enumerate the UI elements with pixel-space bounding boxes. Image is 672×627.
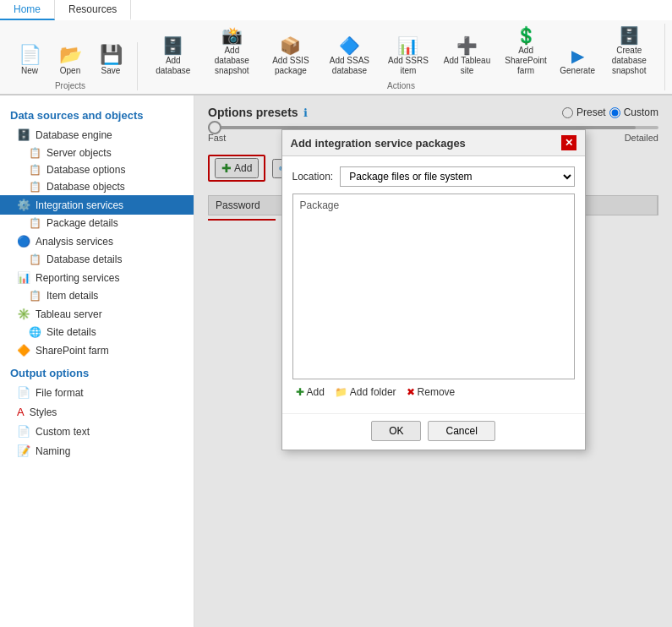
sidebar-item-site-details[interactable]: 🌐 Site details <box>0 324 194 341</box>
modal-listbox[interactable]: Package <box>292 194 575 379</box>
database-objects-icon: 📋 <box>29 181 41 193</box>
modal-remove-button[interactable]: ✖ Remove <box>403 384 459 400</box>
generate-button[interactable]: ▶ Generate <box>556 44 599 79</box>
sidebar-section-output-options: Output options <box>0 360 194 383</box>
open-button[interactable]: 📂 Open <box>51 42 90 79</box>
modal-remove-label: Remove <box>418 386 456 398</box>
modal-add-label: Add <box>307 386 325 398</box>
actions-group-label: Actions <box>387 81 415 90</box>
ribbon-content: 📄 New 📂 Open 💾 Save Projects 🗄️ Add d <box>0 20 672 95</box>
ribbon: Home Resources 📄 New 📂 Open 💾 Save Proje… <box>0 0 672 95</box>
modal-add-folder-label: Add folder <box>350 386 396 398</box>
sidebar-item-integration-services[interactable]: ⚙️ Integration services <box>0 195 194 215</box>
add-sharepoint-label: Add SharePoint farm <box>502 46 549 76</box>
sidebar-item-styles[interactable]: A Styles <box>0 402 194 422</box>
modal-add-folder-icon: 📁 <box>335 386 347 398</box>
modal-add-icon: ✚ <box>296 386 304 398</box>
sidebar-item-reporting-services[interactable]: 📊 Reporting services <box>0 268 194 287</box>
item-details-icon: 📋 <box>29 290 41 302</box>
server-objects-icon: 📋 <box>29 147 41 159</box>
create-database-snapshot-button[interactable]: 🗄️ Create database snapshot <box>600 24 658 79</box>
add-database-icon: 🗄️ <box>162 37 183 54</box>
open-label: Open <box>60 66 80 76</box>
sidebar-item-custom-text[interactable]: 📄 Custom text <box>0 422 194 441</box>
styles-icon: A <box>17 406 25 418</box>
sidebar-item-database-engine[interactable]: 🗄️ Database engine <box>0 125 194 144</box>
ribbon-projects-buttons: 📄 New 📂 Open 💾 Save <box>10 42 130 79</box>
reporting-services-label: Reporting services <box>36 272 119 284</box>
modal-remove-icon: ✖ <box>407 386 415 398</box>
tab-resources[interactable]: Resources <box>55 0 131 20</box>
package-details-label: Package details <box>46 217 118 229</box>
sidebar: Data sources and objects 🗄️ Database eng… <box>0 95 194 627</box>
add-ssrs-button[interactable]: 📊 Add SSRS item <box>380 34 437 79</box>
database-options-icon: 📋 <box>29 164 41 176</box>
new-icon: 📄 <box>19 46 41 64</box>
sidebar-item-item-details[interactable]: 📋 Item details <box>0 287 194 304</box>
file-format-label: File format <box>36 387 84 399</box>
create-db-snapshot-label: Create database snapshot <box>605 46 653 76</box>
generate-label: Generate <box>560 66 595 76</box>
sidebar-item-database-options[interactable]: 📋 Database options <box>0 161 194 178</box>
modal-title-bar: Add integration service packages ✕ <box>282 130 585 156</box>
ribbon-tabs: Home Resources <box>0 0 672 20</box>
modal-add-button[interactable]: ✚ Add <box>292 384 328 400</box>
modal-ok-button[interactable]: OK <box>371 421 421 441</box>
add-ssas-button[interactable]: 🔷 Add SSAS database <box>321 34 379 79</box>
database-objects-label: Database objects <box>46 181 125 193</box>
sidebar-item-database-objects[interactable]: 📋 Database objects <box>0 178 194 195</box>
add-tableau-button[interactable]: ➕ Add Tableau site <box>439 34 496 79</box>
item-details-label: Item details <box>46 290 98 302</box>
save-icon: 💾 <box>100 46 123 64</box>
modal-location-row: Location: Package files or file system <box>292 166 575 187</box>
sidebar-section-data-sources: Data sources and objects <box>0 102 194 125</box>
database-engine-icon: 🗄️ <box>17 128 30 141</box>
add-sharepoint-icon: 💲 <box>516 27 537 44</box>
modal-cancel-button[interactable]: Cancel <box>428 421 494 441</box>
add-database-snapshot-button[interactable]: 📸 Add database snapshot <box>204 24 261 79</box>
integration-services-icon: ⚙️ <box>17 199 30 211</box>
modal-add-folder-button[interactable]: 📁 Add folder <box>331 384 400 400</box>
sharepoint-farm-label: SharePoint farm <box>36 345 109 357</box>
database-details-icon: 📋 <box>29 254 41 265</box>
sidebar-item-sharepoint-farm[interactable]: 🔶 SharePoint farm <box>0 341 194 360</box>
add-database-button[interactable]: 🗄️ Add database <box>145 34 202 79</box>
add-sharepoint-button[interactable]: 💲 Add SharePoint farm <box>497 24 555 79</box>
naming-label: Naming <box>36 445 70 457</box>
sidebar-item-analysis-services[interactable]: 🔵 Analysis services <box>0 232 194 251</box>
ribbon-group-projects: 📄 New 📂 Open 💾 Save Projects <box>3 42 138 90</box>
new-button[interactable]: 📄 New <box>10 42 49 79</box>
sidebar-item-database-details[interactable]: 📋 Database details <box>0 251 194 268</box>
add-ssis-package-button[interactable]: 📦 Add SSIS package <box>262 34 320 79</box>
add-tableau-icon: ➕ <box>456 37 478 54</box>
custom-text-label: Custom text <box>36 426 90 438</box>
sidebar-item-file-format[interactable]: 📄 File format <box>0 383 194 402</box>
sidebar-item-naming[interactable]: 📝 Naming <box>0 441 194 461</box>
add-database-snapshot-label: Add database snapshot <box>209 46 256 76</box>
modal-listbox-header: Package <box>297 198 571 213</box>
sidebar-item-tableau-server[interactable]: ✳️ Tableau server <box>0 304 194 324</box>
tab-home[interactable]: Home <box>0 0 55 20</box>
sidebar-item-server-objects[interactable]: 📋 Server objects <box>0 144 194 161</box>
modal-dialog: Add integration service packages ✕ Locat… <box>281 129 586 450</box>
ribbon-group-actions: 🗄️ Add database 📸 Add database snapshot … <box>138 24 665 90</box>
add-ssis-icon: 📦 <box>280 37 301 54</box>
file-format-icon: 📄 <box>17 386 30 399</box>
tableau-server-label: Tableau server <box>36 308 102 320</box>
modal-close-button[interactable]: ✕ <box>561 135 576 150</box>
add-ssis-label: Add SSIS package <box>267 56 314 76</box>
save-button[interactable]: 💾 Save <box>91 42 130 79</box>
create-db-snapshot-icon: 🗄️ <box>619 27 640 44</box>
generate-icon: ▶ <box>571 47 584 64</box>
add-tableau-label: Add Tableau site <box>444 56 491 76</box>
add-ssas-label: Add SSAS database <box>326 56 374 76</box>
database-details-label: Database details <box>46 254 122 265</box>
modal-location-label: Location: <box>292 171 334 183</box>
add-database-snapshot-icon: 📸 <box>221 27 243 44</box>
modal-action-buttons: OK Cancel <box>282 413 585 450</box>
open-icon: 📂 <box>59 46 82 64</box>
sidebar-item-package-details[interactable]: 📋 Package details <box>0 215 194 232</box>
modal-location-select[interactable]: Package files or file system <box>340 166 574 187</box>
database-options-label: Database options <box>46 164 125 176</box>
analysis-services-label: Analysis services <box>36 236 113 248</box>
